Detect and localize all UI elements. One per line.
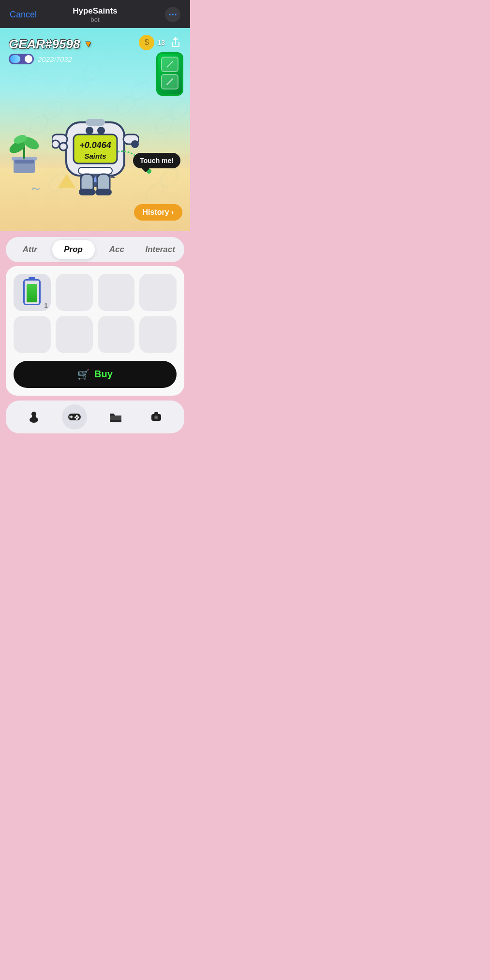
- top-right-icons: $ 13: [139, 35, 183, 96]
- nav-camera[interactable]: [144, 404, 169, 430]
- more-button[interactable]: [165, 7, 180, 22]
- prop-badge-1: 1: [45, 302, 48, 309]
- svg-point-57: [76, 415, 78, 417]
- svg-point-60: [76, 418, 78, 420]
- game-scene[interactable]: GEAR#9598 ▼ 2022/7032 $ 13: [0, 28, 190, 231]
- device-slot-2: [161, 74, 178, 89]
- prop-cell-6[interactable]: [56, 316, 93, 353]
- svg-point-17: [143, 180, 167, 205]
- nav-center: HypeSaints bot: [73, 6, 118, 23]
- gear-title-area: GEAR#9598 ▼ 2022/7032: [9, 37, 92, 64]
- dispenser-icon: [156, 52, 183, 96]
- svg-rect-35: [78, 167, 112, 174]
- wave-decoration: ～: [29, 179, 43, 197]
- cart-icon: 🛒: [77, 369, 89, 380]
- svg-point-5: [65, 74, 90, 99]
- svg-point-12: [167, 98, 190, 123]
- svg-text:Saints: Saints: [84, 152, 106, 160]
- device-slot-1: [161, 57, 178, 72]
- tab-container: Attr Prop Acc Interact: [6, 237, 184, 262]
- svg-point-44: [59, 143, 67, 150]
- touch-tooltip: Touch me!: [133, 153, 180, 168]
- battery-icon: [23, 279, 41, 305]
- prop-cell-4[interactable]: [139, 274, 177, 311]
- nav-inventory[interactable]: [103, 404, 128, 430]
- app-subtitle: bot: [73, 16, 118, 23]
- svg-rect-61: [110, 416, 121, 420]
- gear-xp-text: 2022/7032: [38, 55, 72, 63]
- svg-point-64: [155, 416, 157, 418]
- svg-point-11: [152, 113, 177, 137]
- props-container: 1 🛒 Buy: [6, 266, 184, 396]
- buy-label: Buy: [94, 369, 113, 380]
- cancel-button[interactable]: Cancel: [10, 10, 37, 20]
- tab-attr[interactable]: Attr: [9, 240, 51, 259]
- gear-name[interactable]: GEAR#9598 ▼: [9, 37, 92, 52]
- tab-interact[interactable]: Interact: [139, 240, 181, 259]
- svg-point-0: [169, 14, 171, 15]
- buy-button[interactable]: 🛒 Buy: [14, 361, 177, 388]
- xp-progress-bar: [9, 54, 34, 64]
- nav-gamepad[interactable]: [62, 404, 87, 430]
- nav-bar: Cancel HypeSaints bot: [0, 0, 190, 28]
- svg-point-43: [52, 140, 59, 148]
- props-grid: 1: [14, 274, 177, 353]
- coin-row: $ 13: [139, 35, 183, 50]
- triangle-decoration: [58, 174, 75, 188]
- prop-cell-8[interactable]: [139, 316, 177, 353]
- svg-rect-48: [79, 189, 95, 195]
- svg-text:+0.0464: +0.0464: [79, 140, 111, 150]
- svg-rect-23: [15, 160, 34, 163]
- prop-cell-5[interactable]: [14, 316, 51, 353]
- svg-point-1: [172, 14, 174, 15]
- gear-progress-row: 2022/7032: [9, 54, 92, 64]
- svg-rect-56: [69, 416, 73, 417]
- svg-rect-29: [86, 119, 105, 126]
- tab-acc[interactable]: Acc: [96, 240, 138, 259]
- svg-point-58: [77, 416, 79, 418]
- app-title: HypeSaints: [73, 6, 118, 16]
- svg-point-31: [97, 127, 105, 134]
- svg-point-59: [74, 416, 76, 418]
- share-button[interactable]: [168, 35, 183, 50]
- history-button[interactable]: History ›: [134, 204, 182, 221]
- coin-icon: $: [139, 35, 154, 50]
- svg-rect-65: [154, 412, 158, 415]
- svg-rect-49: [95, 189, 112, 195]
- prop-cell-7[interactable]: [98, 316, 135, 353]
- tab-prop[interactable]: Prop: [52, 240, 95, 259]
- coin-count: 13: [157, 39, 165, 46]
- prop-cell-3[interactable]: [98, 274, 135, 311]
- prop-cell-1[interactable]: 1: [14, 274, 51, 311]
- svg-point-53: [31, 412, 36, 416]
- plant-decoration: [5, 130, 44, 173]
- svg-point-18: [157, 166, 182, 191]
- bottom-nav: [6, 401, 184, 433]
- prop-cell-2[interactable]: [56, 274, 93, 311]
- gear-dropdown-icon[interactable]: ▼: [84, 39, 92, 49]
- nav-character[interactable]: [21, 404, 46, 430]
- svg-point-30: [86, 127, 93, 134]
- svg-point-2: [175, 14, 177, 15]
